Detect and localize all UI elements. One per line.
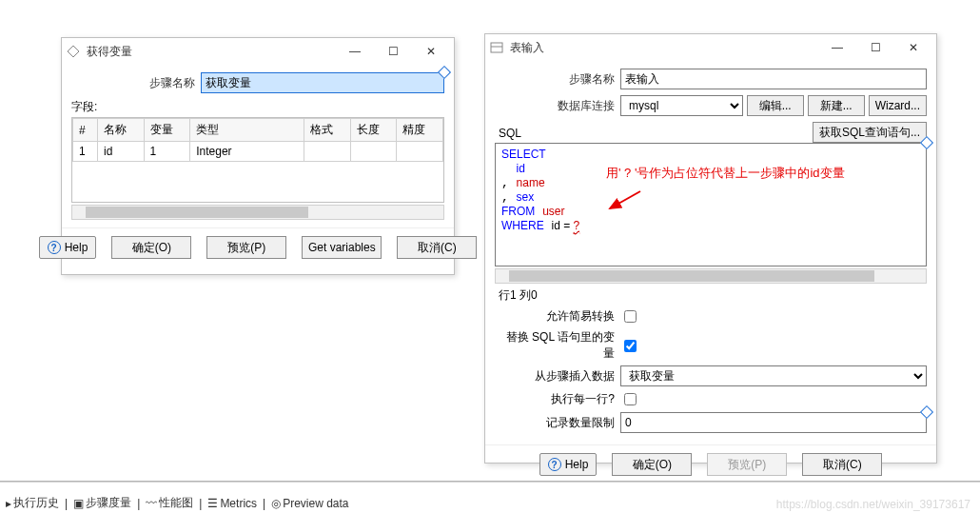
maximize-button[interactable]: ☐ (856, 36, 894, 59)
replace-vars-checkbox[interactable] (624, 340, 637, 352)
variable-icon (66, 44, 81, 59)
fields-label: 字段: (71, 99, 444, 115)
help-button[interactable]: ? Help (39, 236, 97, 259)
watermark: https://blog.csdn.net/weixin_39173617 (776, 498, 970, 511)
col-name[interactable]: 名称 (98, 119, 145, 142)
new-connection-button[interactable]: 新建... (808, 95, 865, 116)
tab-step-metrics[interactable]: ▣步骤度量 (73, 495, 131, 511)
sql-editor[interactable]: SELECT id , name , sex FROM user WHERE i… (495, 143, 927, 266)
help-button[interactable]: ? Help (539, 453, 598, 476)
horizontal-scrollbar[interactable] (71, 205, 444, 220)
record-limit-label: 记录数量限制 (495, 415, 615, 431)
step-name-input[interactable] (201, 72, 444, 93)
col-precision[interactable]: 精度 (397, 119, 443, 142)
insert-from-step-label: 从步骤插入数据 (495, 368, 615, 385)
edit-connection-button[interactable]: 编辑... (747, 95, 804, 116)
divider (0, 481, 980, 483)
tab-perf-graph[interactable]: 〰性能图 (146, 495, 193, 511)
ok-button[interactable]: 确定(O) (612, 453, 692, 476)
help-icon: ? (48, 241, 61, 254)
sql-label: SQL (499, 127, 809, 140)
svg-rect-1 (491, 43, 502, 52)
get-variables-button[interactable]: Get variables (302, 236, 382, 259)
annotation-text: 用' ? '号作为占位符代替上一步骤中的id变量 (606, 165, 845, 182)
tab-metrics[interactable]: ☰Metrics (207, 497, 257, 510)
maximize-button[interactable]: ☐ (374, 40, 412, 63)
titlebar[interactable]: 表输入 — ☐ ✕ (485, 34, 936, 61)
annotation-arrow-icon (606, 189, 644, 216)
table-row[interactable]: 1 id 1 Integer (73, 142, 443, 162)
allow-lazy-label: 允许简易转换 (495, 308, 615, 325)
help-icon: ? (548, 458, 561, 471)
tab-preview-data[interactable]: ◎Preview data (271, 497, 348, 510)
col-length[interactable]: 长度 (350, 119, 397, 142)
col-format[interactable]: 格式 (304, 119, 351, 142)
get-sql-button[interactable]: 获取SQL查询语句... (813, 122, 927, 143)
ok-button[interactable]: 确定(O) (111, 236, 191, 259)
execute-each-row-checkbox[interactable] (624, 393, 637, 405)
close-button[interactable]: ✕ (894, 36, 932, 59)
svg-marker-0 (68, 46, 79, 57)
preview-button[interactable]: 预览(P) (206, 236, 286, 259)
db-connection-label: 数据库连接 (495, 98, 615, 114)
col-index[interactable]: # (73, 119, 98, 142)
tab-exec-history[interactable]: ▸执行历史 (6, 495, 59, 511)
col-type[interactable]: 类型 (190, 119, 304, 142)
table-input-dialog: 表输入 — ☐ ✕ 步骤名称 数据库连接 mysql 编辑... 新建... W… (484, 33, 937, 464)
fields-table[interactable]: # 名称 变量 类型 格式 长度 精度 1 id 1 Integer (71, 117, 444, 203)
step-name-input[interactable] (620, 69, 927, 89)
replace-vars-label: 替换 SQL 语句里的变量 (495, 329, 615, 362)
col-variable[interactable]: 变量 (144, 119, 190, 142)
bottom-tabs: ▸执行历史 | ▣步骤度量 | 〰性能图 | ☰Metrics | ◎Previ… (0, 493, 355, 513)
titlebar[interactable]: 获得变量 — ☐ ✕ (62, 38, 454, 65)
cancel-button[interactable]: 取消(C) (802, 453, 882, 476)
insert-from-step-select[interactable]: 获取变量 (620, 365, 927, 386)
wizard-button[interactable]: Wizard... (869, 95, 927, 116)
allow-lazy-checkbox[interactable] (624, 310, 637, 323)
cursor-position-label: 行1 列0 (499, 287, 927, 304)
table-input-icon (489, 40, 504, 55)
get-variable-dialog: 获得变量 — ☐ ✕ 步骤名称 字段: # 名称 变量 类型 格式 (61, 37, 455, 275)
step-name-label: 步骤名称 (495, 71, 615, 88)
close-button[interactable]: ✕ (412, 40, 450, 63)
minimize-button[interactable]: — (336, 40, 374, 63)
window-title: 表输入 (510, 40, 818, 56)
preview-button[interactable]: 预览(P) (707, 453, 787, 476)
svg-line-3 (610, 191, 640, 208)
cancel-button[interactable]: 取消(C) (397, 236, 477, 259)
window-title: 获得变量 (87, 44, 336, 60)
execute-each-row-label: 执行每一行? (495, 391, 615, 407)
step-name-label: 步骤名称 (71, 75, 195, 91)
record-limit-input[interactable] (620, 412, 927, 433)
horizontal-scrollbar[interactable] (495, 268, 927, 284)
minimize-button[interactable]: — (818, 36, 856, 59)
db-connection-select[interactable]: mysql (620, 95, 743, 116)
